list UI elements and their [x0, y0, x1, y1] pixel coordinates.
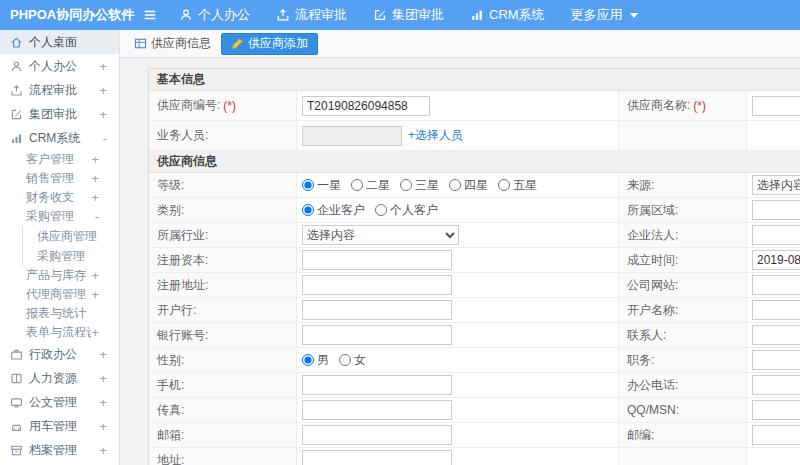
- top-nav-personal-office[interactable]: 个人办公: [179, 6, 250, 24]
- sidebar-item-document-mgmt[interactable]: 公文管理 +: [0, 390, 119, 414]
- sidebar-item-label: 用车管理: [29, 418, 99, 435]
- sidebar-item-form-flow-settings[interactable]: 表单与流程设置 +: [0, 323, 119, 342]
- top-nav-group-approval[interactable]: 集团审批: [373, 6, 444, 24]
- sidebar-item-finance[interactable]: 财务收支 +: [0, 188, 119, 207]
- sidebar-item-product-inventory[interactable]: 产品与库存 +: [0, 266, 119, 285]
- radio-option[interactable]: 女: [339, 352, 366, 369]
- field-label: 等级:: [149, 173, 297, 198]
- field-cell: [297, 398, 619, 423]
- radio-option[interactable]: 五星: [498, 177, 537, 194]
- sidebar-item-reports[interactable]: 报表与统计: [0, 304, 119, 323]
- field-cell: 企业客户 个人客户: [297, 198, 619, 223]
- business-person-input[interactable]: [302, 126, 402, 146]
- expand-toggle[interactable]: +: [91, 171, 99, 186]
- radio-option[interactable]: 男: [302, 352, 329, 369]
- expand-toggle[interactable]: -: [95, 209, 99, 224]
- briefcase-icon: [10, 348, 23, 361]
- form-row: 类别: 企业客户 个人客户 所属区域:: [149, 198, 800, 223]
- grade-radio[interactable]: [449, 179, 461, 191]
- supplier-name-input[interactable]: [752, 96, 800, 116]
- expand-toggle[interactable]: +: [91, 190, 99, 205]
- radio-option[interactable]: 一星: [302, 177, 341, 194]
- radio-option[interactable]: 个人客户: [375, 202, 438, 219]
- region-input[interactable]: [752, 200, 800, 220]
- tab-supplier-info[interactable]: 供应商信息: [134, 35, 211, 52]
- radio-option[interactable]: 三星: [400, 177, 439, 194]
- label-text: QQ/MSN:: [627, 403, 679, 417]
- form-row: 银行账号: 联系人:: [149, 323, 800, 348]
- field-label: 企业法人:: [619, 223, 747, 248]
- supplier-code-input[interactable]: [302, 96, 430, 116]
- fax-input[interactable]: [302, 400, 452, 420]
- nav-label: 流程审批: [295, 6, 347, 24]
- grade-radio[interactable]: [302, 179, 314, 191]
- expand-toggle[interactable]: +: [99, 443, 107, 458]
- grade-radio[interactable]: [351, 179, 363, 191]
- registered-address-input[interactable]: [302, 275, 452, 295]
- position-input[interactable]: [752, 350, 800, 370]
- account-name-input[interactable]: [752, 300, 800, 320]
- source-select[interactable]: 选择内容: [752, 175, 800, 195]
- category-radio[interactable]: [375, 204, 387, 216]
- bank-account-input[interactable]: [302, 325, 452, 345]
- email-input[interactable]: [302, 425, 452, 445]
- sidebar-item-agent-mgmt[interactable]: 代理商管理 +: [0, 285, 119, 304]
- book-icon: [10, 372, 23, 385]
- industry-select[interactable]: 选择内容: [302, 225, 459, 245]
- sidebar-item-group-approval[interactable]: 集团审批 +: [0, 102, 119, 126]
- sidebar-item-customer-mgmt[interactable]: 客户管理 +: [0, 150, 119, 169]
- expand-toggle[interactable]: +: [91, 268, 99, 283]
- expand-toggle[interactable]: +: [99, 371, 107, 386]
- radio-option[interactable]: 二星: [351, 177, 390, 194]
- gender-radio[interactable]: [302, 354, 314, 366]
- sidebar-item-admin-office[interactable]: 行政办公 +: [0, 342, 119, 366]
- legal-person-input[interactable]: [752, 225, 800, 245]
- category-radio[interactable]: [302, 204, 314, 216]
- sidebar-item-hr[interactable]: 人力资源 +: [0, 366, 119, 390]
- grade-radio[interactable]: [498, 179, 510, 191]
- expand-toggle[interactable]: -: [103, 131, 107, 146]
- sidebar-item-purchase-mgmt[interactable]: 采购管理 -: [0, 207, 119, 226]
- sidebar-item-personal-office[interactable]: 个人办公 +: [0, 54, 119, 78]
- menu-toggle-button[interactable]: [135, 8, 165, 22]
- expand-toggle[interactable]: +: [91, 152, 99, 167]
- expand-toggle[interactable]: +: [91, 287, 99, 302]
- office-phone-input[interactable]: [752, 375, 800, 395]
- sidebar-item-sales-mgmt[interactable]: 销售管理 +: [0, 169, 119, 188]
- expand-toggle[interactable]: +: [99, 347, 107, 362]
- website-input[interactable]: [752, 275, 800, 295]
- expand-toggle[interactable]: +: [99, 419, 107, 434]
- sidebar-item-supplier-mgmt[interactable]: 供应商管理: [23, 226, 119, 246]
- bank-branch-input[interactable]: [302, 300, 452, 320]
- grade-radio[interactable]: [400, 179, 412, 191]
- expand-toggle[interactable]: +: [99, 59, 107, 74]
- radio-option[interactable]: 企业客户: [302, 202, 365, 219]
- choose-person-link[interactable]: +选择人员: [408, 127, 463, 144]
- sidebar-item-archive-mgmt[interactable]: 档案管理 +: [0, 438, 119, 462]
- sidebar-item-label: 供应商管理: [37, 228, 109, 245]
- radio-option[interactable]: 四星: [449, 177, 488, 194]
- contact-input[interactable]: [752, 325, 800, 345]
- tab-supplier-add[interactable]: 供应商添加: [221, 33, 318, 55]
- gender-radio[interactable]: [339, 354, 351, 366]
- qq-msn-input[interactable]: [752, 400, 800, 420]
- expand-toggle[interactable]: +: [99, 83, 107, 98]
- sidebar-item-crm[interactable]: CRM系统 -: [0, 126, 119, 150]
- address-input[interactable]: [302, 450, 452, 465]
- registered-capital-input[interactable]: [302, 250, 452, 270]
- form-row: 地址:: [149, 448, 800, 465]
- founded-date-input[interactable]: [752, 250, 800, 270]
- sidebar-item-vehicle-mgmt[interactable]: 用车管理 +: [0, 414, 119, 438]
- sidebar-item-purchase-mgmt-sub[interactable]: 采购管理: [23, 246, 119, 266]
- top-nav-crm[interactable]: CRM系统: [470, 6, 545, 24]
- sidebar-item-workflow-approval[interactable]: 流程审批 +: [0, 78, 119, 102]
- mobile-input[interactable]: [302, 375, 452, 395]
- expand-toggle[interactable]: +: [91, 325, 99, 340]
- sidebar-item-desktop[interactable]: 个人桌面: [0, 30, 119, 54]
- expand-toggle[interactable]: +: [99, 395, 107, 410]
- zip-input[interactable]: [752, 425, 800, 445]
- expand-toggle[interactable]: +: [99, 107, 107, 122]
- top-nav-more-apps[interactable]: 更多应用: [571, 6, 638, 24]
- top-nav-workflow-approval[interactable]: 流程审批: [276, 6, 347, 24]
- field-cell: [747, 198, 800, 223]
